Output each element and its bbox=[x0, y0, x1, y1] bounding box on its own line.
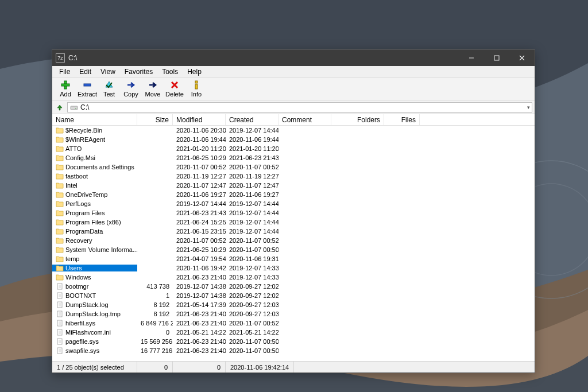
file-row[interactable]: Documents and Settings2020-11-07 00:5220… bbox=[52, 162, 535, 172]
file-created: 2020-11-07 00:52 bbox=[226, 164, 278, 170]
window-title: C:\ bbox=[68, 54, 77, 62]
header-folders[interactable]: Folders bbox=[331, 114, 384, 125]
move-icon bbox=[148, 80, 158, 90]
maximize-button[interactable] bbox=[484, 50, 509, 66]
close-button[interactable] bbox=[509, 50, 535, 66]
file-modified: 2020-11-06 19:27 bbox=[173, 191, 226, 198]
file-name: BOOTNXT bbox=[65, 292, 96, 299]
toolbar-add-button[interactable]: Add bbox=[55, 79, 76, 99]
path-text: C:\ bbox=[80, 103, 89, 111]
file-created: 2019-12-07 14:33 bbox=[226, 265, 278, 271]
file-name: Recovery bbox=[65, 237, 92, 244]
file-size: 15 569 256 448 bbox=[137, 338, 173, 345]
file-row[interactable]: PerfLogs2019-12-07 14:442019-12-07 14:44 bbox=[52, 199, 535, 208]
file-size: 1 bbox=[137, 292, 173, 299]
file-created: 2020-11-07 00:52 bbox=[226, 237, 278, 244]
toolbar-info-button[interactable]: Info bbox=[185, 79, 207, 99]
svg-rect-14 bbox=[71, 106, 78, 110]
file-created: 2020-09-27 12:03 bbox=[226, 301, 278, 308]
header-comment[interactable]: Comment bbox=[278, 114, 331, 125]
header-size[interactable]: Size bbox=[137, 114, 173, 125]
file-created: 2020-11-07 12:47 bbox=[226, 182, 278, 189]
toolbar-extract-button[interactable]: Extract bbox=[76, 79, 98, 99]
file-row[interactable]: temp2021-04-07 19:542020-11-06 19:31 bbox=[52, 254, 535, 263]
file-modified: 2019-12-07 14:44 bbox=[173, 200, 226, 207]
file-row[interactable]: Program Files (x86)2021-06-24 15:252019-… bbox=[52, 218, 535, 227]
toolbar-delete-button[interactable]: Delete bbox=[164, 79, 185, 99]
file-created: 2019-12-07 14:44 bbox=[226, 219, 278, 226]
folder-icon bbox=[56, 164, 64, 170]
file-row[interactable]: Users2020-11-06 19:422019-12-07 14:33 bbox=[52, 263, 535, 273]
toolbar-copy-button[interactable]: Copy bbox=[120, 79, 142, 99]
titlebar[interactable]: 7z C:\ bbox=[52, 50, 535, 66]
file-row[interactable]: hiberfil.sys6 849 716 2242021-06-23 21:4… bbox=[52, 319, 535, 328]
file-list[interactable]: $Recycle.Bin2020-11-06 20:302019-12-07 1… bbox=[52, 126, 535, 361]
file-row[interactable]: MiFlashvcom.ini02021-05-21 14:222021-05-… bbox=[52, 328, 535, 337]
info-icon bbox=[191, 80, 202, 90]
header-files[interactable]: Files bbox=[384, 114, 420, 125]
file-row[interactable]: Config.Msi2021-06-25 10:292021-06-23 21:… bbox=[52, 153, 535, 162]
file-row[interactable]: Recovery2020-11-07 00:522020-11-07 00:52 bbox=[52, 236, 535, 245]
file-modified: 2021-06-23 21:40 bbox=[173, 338, 226, 345]
header-created[interactable]: Created bbox=[226, 114, 278, 125]
file-row[interactable]: OneDriveTemp2020-11-06 19:272020-11-06 1… bbox=[52, 190, 535, 199]
file-row[interactable]: DumpStack.log.tmp8 1922021-06-23 21:4020… bbox=[52, 309, 535, 319]
svg-rect-8 bbox=[61, 84, 69, 86]
file-row[interactable]: fastboot2020-11-19 12:272020-11-19 12:27 bbox=[52, 172, 535, 181]
file-modified: 2020-11-06 19:44 bbox=[173, 136, 226, 143]
folder-icon bbox=[56, 154, 64, 161]
toolbar-test-button[interactable]: Test bbox=[98, 79, 120, 99]
file-created: 2020-09-27 12:03 bbox=[226, 311, 278, 317]
folder-icon bbox=[56, 209, 64, 216]
menu-favorites[interactable]: Favorites bbox=[120, 67, 157, 77]
file-size: 0 bbox=[137, 329, 173, 336]
file-row[interactable]: ProgramData2021-06-15 23:152019-12-07 14… bbox=[52, 227, 535, 236]
menu-file[interactable]: File bbox=[55, 67, 75, 77]
file-name: $Recycle.Bin bbox=[65, 127, 102, 134]
file-row[interactable]: BOOTNXT12019-12-07 14:382020-09-27 12:02 bbox=[52, 291, 535, 300]
file-modified: 2021-06-23 21:40 bbox=[173, 320, 226, 327]
file-name: bootmgr bbox=[65, 283, 88, 290]
minimize-button[interactable] bbox=[459, 50, 484, 66]
file-modified: 2021-01-20 11:20 bbox=[173, 145, 226, 152]
address-bar: C:\ ▾ bbox=[52, 100, 535, 114]
copy-icon bbox=[126, 80, 136, 90]
up-button[interactable] bbox=[55, 102, 65, 112]
dropdown-icon[interactable]: ▾ bbox=[527, 104, 530, 110]
file-row[interactable]: Program Files2021-06-23 21:432019-12-07 … bbox=[52, 208, 535, 218]
file-row[interactable]: ATTO2021-01-20 11:202021-01-20 11:20 bbox=[52, 144, 535, 153]
file-icon bbox=[56, 329, 64, 336]
folder-icon bbox=[56, 228, 64, 235]
file-row[interactable]: Intel2020-11-07 12:472020-11-07 12:47 bbox=[52, 181, 535, 190]
file-row[interactable]: pagefile.sys15 569 256 4482021-06-23 21:… bbox=[52, 337, 535, 346]
menu-view[interactable]: View bbox=[96, 67, 120, 77]
file-modified: 2021-06-23 21:40 bbox=[173, 274, 226, 281]
header-modified[interactable]: Modified bbox=[173, 114, 226, 125]
file-size: 8 192 bbox=[137, 311, 173, 317]
menu-help[interactable]: Help bbox=[183, 67, 206, 77]
file-row[interactable]: Windows2021-06-23 21:402019-12-07 14:33 bbox=[52, 273, 535, 282]
svg-rect-9 bbox=[84, 84, 91, 86]
menu-tools[interactable]: Tools bbox=[157, 67, 183, 77]
file-name: ProgramData bbox=[65, 228, 103, 235]
file-icon bbox=[56, 338, 64, 345]
status-date: 2020-11-06 19:42:14 bbox=[226, 362, 294, 372]
file-row[interactable]: DumpStack.log8 1922021-05-14 17:392020-0… bbox=[52, 300, 535, 309]
folder-icon bbox=[56, 237, 64, 244]
file-created: 2020-11-07 00:50 bbox=[226, 246, 278, 253]
file-row[interactable]: bootmgr413 7382019-12-07 14:382020-09-27… bbox=[52, 282, 535, 291]
file-row[interactable]: $Recycle.Bin2020-11-06 20:302019-12-07 1… bbox=[52, 126, 535, 135]
file-row[interactable]: $WinREAgent2020-11-06 19:442020-11-06 19… bbox=[52, 135, 535, 144]
header-name[interactable]: Name bbox=[52, 114, 137, 125]
file-created: 2020-11-07 00:52 bbox=[226, 320, 278, 327]
file-created: 2019-12-07 14:44 bbox=[226, 200, 278, 207]
status-c1: 0 bbox=[137, 362, 173, 372]
toolbar-move-button[interactable]: Move bbox=[142, 79, 164, 99]
folder-icon bbox=[56, 265, 64, 271]
menubar: FileEditViewFavoritesToolsHelp bbox=[52, 66, 535, 77]
file-created: 2021-05-21 14:22 bbox=[226, 329, 278, 336]
path-input[interactable]: C:\ ▾ bbox=[67, 102, 532, 112]
file-row[interactable]: System Volume Informa...2021-06-25 10:29… bbox=[52, 245, 535, 254]
file-row[interactable]: swapfile.sys16 777 2162021-06-23 21:4020… bbox=[52, 346, 535, 355]
menu-edit[interactable]: Edit bbox=[75, 67, 96, 77]
